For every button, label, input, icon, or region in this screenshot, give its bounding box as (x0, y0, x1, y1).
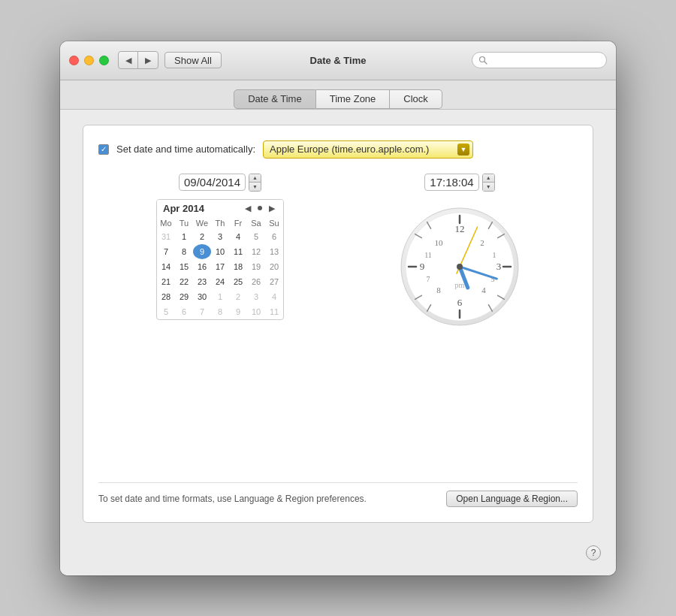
calendar-day[interactable]: 1 (211, 289, 229, 304)
calendar-day[interactable]: 7 (157, 244, 175, 259)
calendar-day[interactable]: 23 (193, 274, 211, 289)
calendar-day[interactable]: 17 (211, 259, 229, 274)
time-stepper-up[interactable]: ▲ (483, 174, 494, 183)
calendar-day[interactable]: 10 (247, 304, 265, 319)
show-all-button[interactable]: Show All (164, 52, 222, 68)
calendar-day[interactable]: 9 (229, 304, 247, 319)
calendar-day[interactable]: 26 (247, 274, 265, 289)
calendar-day[interactable]: 3 (247, 289, 265, 304)
calendar-day[interactable]: 29 (175, 289, 193, 304)
calendar-day[interactable]: 11 (265, 304, 283, 319)
date-value[interactable]: 09/04/2014 (179, 174, 246, 191)
calendar-day[interactable]: 13 (265, 244, 283, 259)
cal-day-header: Th (211, 217, 229, 229)
svg-point-0 (480, 57, 485, 62)
calendar-day[interactable]: 14 (157, 259, 175, 274)
time-stepper-down[interactable]: ▼ (483, 183, 494, 191)
traffic-lights (69, 56, 109, 65)
calendar-prev-button[interactable]: ◀ (243, 204, 253, 213)
calendar-day[interactable]: 2 (193, 229, 211, 244)
calendar-day[interactable]: 24 (211, 274, 229, 289)
tab-time-zone[interactable]: Time Zone (316, 89, 391, 109)
calendar-day[interactable]: 2 (229, 289, 247, 304)
analog-clock: 12 6 9 3 10 2 8 4 11 1 7 5 (400, 207, 520, 327)
calendar-day[interactable]: 25 (229, 274, 247, 289)
maximize-button[interactable] (99, 56, 109, 65)
open-language-region-button[interactable]: Open Language & Region... (446, 491, 578, 507)
calendar-day[interactable]: 8 (211, 304, 229, 319)
settings-panel: ✓ Set date and time automatically: Apple… (83, 125, 593, 523)
calendar-day[interactable]: 6 (265, 229, 283, 244)
nav-buttons: ◀ ▶ (118, 51, 158, 69)
calendar-day[interactable]: 1 (175, 229, 193, 244)
time-stepper[interactable]: ▲ ▼ (482, 174, 495, 192)
date-section: 09/04/2014 ▲ ▼ Apr 2014 ◀ (156, 174, 284, 327)
calendar-day[interactable]: 31 (157, 229, 175, 244)
calendar-day[interactable]: 6 (175, 304, 193, 319)
time-value[interactable]: 17:18:04 (424, 174, 478, 191)
calendar-day[interactable]: 19 (247, 259, 265, 274)
cal-day-header: Tu (175, 217, 193, 229)
svg-text:6: 6 (457, 297, 463, 308)
calendar-day[interactable]: 4 (229, 229, 247, 244)
auto-set-checkbox[interactable]: ✓ (98, 144, 109, 155)
forward-button[interactable]: ▶ (138, 52, 158, 68)
close-button[interactable] (69, 56, 79, 65)
calendar-day[interactable]: 11 (229, 244, 247, 259)
search-box[interactable] (472, 52, 607, 68)
search-icon (478, 56, 487, 65)
calendar-today-dot[interactable] (258, 206, 262, 210)
calendar-day[interactable]: 7 (193, 304, 211, 319)
calendar-day[interactable]: 12 (247, 244, 265, 259)
cal-day-header: Su (265, 217, 283, 229)
calendar-day[interactable]: 21 (157, 274, 175, 289)
calendar-day[interactable]: 16 (193, 259, 211, 274)
calendar-next-button[interactable]: ▶ (267, 204, 277, 213)
svg-text:8: 8 (436, 285, 441, 294)
svg-point-32 (457, 264, 463, 270)
date-stepper[interactable]: ▲ ▼ (249, 174, 261, 192)
time-input-row: 17:18:04 ▲ ▼ (424, 174, 494, 192)
calendar-day[interactable]: 9 (193, 244, 211, 259)
tab-clock[interactable]: Clock (390, 89, 442, 109)
calendar-day[interactable]: 4 (265, 289, 283, 304)
svg-text:7: 7 (427, 275, 430, 283)
svg-text:9: 9 (420, 261, 425, 272)
calendar-day[interactable]: 18 (229, 259, 247, 274)
back-button[interactable]: ◀ (119, 52, 138, 68)
window-title: Date & Time (310, 55, 367, 66)
svg-text:4: 4 (481, 285, 486, 294)
cal-day-header: Mo (157, 217, 175, 229)
calendar-day[interactable]: 8 (175, 244, 193, 259)
minimize-button[interactable] (84, 56, 94, 65)
cal-day-header: We (193, 217, 211, 229)
calendar-day[interactable]: 3 (211, 229, 229, 244)
main-window: ◀ ▶ Show All Date & Time Date & Time Tim… (60, 41, 616, 575)
calendar-day[interactable]: 15 (175, 259, 193, 274)
calendar-day[interactable]: 27 (265, 274, 283, 289)
server-select[interactable]: Apple Europe (time.euro.apple.com.) ▼ (263, 140, 473, 159)
calendar-month-year: Apr 2014 (163, 203, 204, 214)
calendar-day[interactable]: 30 (193, 289, 211, 304)
svg-line-1 (484, 62, 487, 64)
tab-bar: Date & Time Time Zone Clock (60, 80, 616, 110)
date-input-row: 09/04/2014 ▲ ▼ (179, 174, 261, 192)
calendar-day[interactable]: 5 (247, 229, 265, 244)
calendar-day[interactable]: 10 (211, 244, 229, 259)
calendar: Apr 2014 ◀ ▶ MoTuWeThFrSaSu 3112345 (156, 199, 284, 320)
titlebar: ◀ ▶ Show All Date & Time (60, 41, 616, 80)
svg-text:11: 11 (424, 251, 432, 259)
calendar-day[interactable]: 22 (175, 274, 193, 289)
calendar-day[interactable]: 28 (157, 289, 175, 304)
svg-text:1: 1 (493, 251, 496, 259)
calendar-nav: ◀ ▶ (243, 204, 277, 213)
tab-date-time[interactable]: Date & Time (234, 89, 316, 109)
auto-set-row: ✓ Set date and time automatically: Apple… (98, 140, 578, 159)
date-stepper-down[interactable]: ▼ (249, 183, 261, 191)
help-button[interactable]: ? (586, 545, 601, 560)
calendar-day[interactable]: 5 (157, 304, 175, 319)
date-stepper-up[interactable]: ▲ (249, 174, 261, 183)
calendar-grid: MoTuWeThFrSaSu 3112345678910111213141516… (157, 217, 283, 319)
select-arrow-icon: ▼ (457, 143, 469, 156)
calendar-day[interactable]: 20 (265, 259, 283, 274)
